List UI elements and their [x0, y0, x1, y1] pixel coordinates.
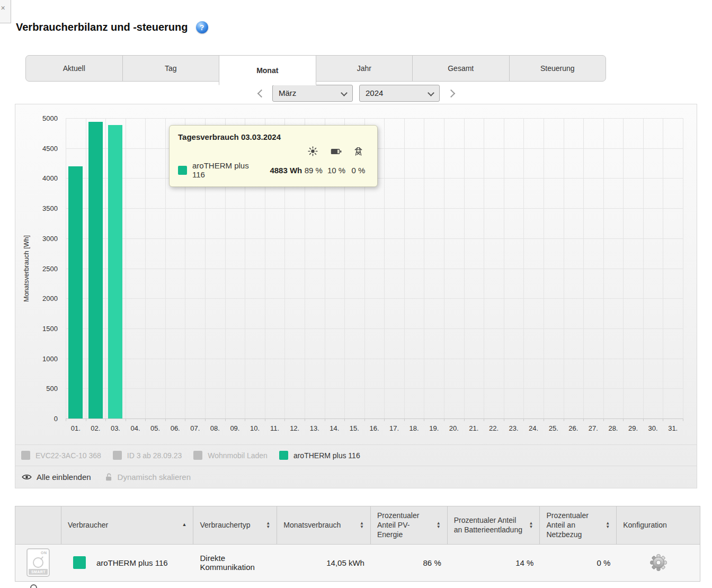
legend-item[interactable]: EVC22-3AC-10 368	[21, 451, 101, 460]
column-header-7[interactable]: Konfiguration	[617, 506, 700, 544]
grid-share-cell: 0 %	[540, 545, 617, 581]
x-tick-label: 27.	[589, 424, 598, 432]
x-tick-label: 28.	[608, 424, 618, 432]
x-tick-label: 21.	[469, 424, 478, 432]
y-tick-label: 5000	[42, 114, 58, 122]
x-tick-label: 12.	[290, 424, 299, 432]
tab-steuerung[interactable]: Steuerung	[509, 55, 607, 82]
tooltip-series-row: aroTHERM plus 116 4883 Wh 89 % 10 % 0 %	[178, 161, 369, 179]
next-month-button[interactable]	[446, 87, 458, 100]
legend-item[interactable]: ID 3 ab 28.09.23	[113, 451, 182, 460]
tab-gesamt[interactable]: Gesamt	[412, 55, 510, 82]
dial-icon	[33, 557, 43, 568]
y-tick-label: 4000	[42, 174, 58, 182]
column-header-2[interactable]: Verbrauchertyp▲▼	[193, 506, 277, 544]
column-header-0[interactable]	[15, 506, 61, 544]
x-tick-label: 24.	[529, 424, 538, 432]
column-header-6[interactable]: Prozentualer Anteil an Netzbezug▲▼	[540, 506, 617, 544]
y-tick-label: 1500	[42, 324, 58, 332]
y-tick-label: 2000	[42, 295, 58, 302]
x-tick-label: 22.	[489, 424, 499, 432]
battery-share-cell: 14 %	[448, 545, 540, 581]
x-tick-label: 31.	[668, 424, 678, 432]
x-tick-label: 02.	[91, 424, 100, 432]
year-select[interactable]: 2024	[359, 85, 440, 102]
x-tick-label: 09.	[230, 424, 239, 432]
x-tick-label: 06.	[171, 424, 180, 432]
column-header-label: Prozentualer Anteil an Batterieentladung	[454, 515, 525, 534]
sort-icon: ▲▼	[355, 521, 364, 529]
month-select[interactable]: März	[272, 85, 353, 102]
column-header-label: Prozentualer Anteil an Netzbezug	[546, 511, 601, 540]
x-tick-label: 03.	[111, 424, 120, 432]
column-header-1[interactable]: Verbraucher▲	[61, 506, 194, 544]
column-header-3[interactable]: Monatsverbrauch▲▼	[277, 506, 371, 544]
x-tick-label: 15.	[350, 424, 359, 432]
legend-item[interactable]: Wohnmobil Laden	[193, 451, 268, 460]
collapse-icon: ✕	[1, 5, 5, 11]
show-all-button[interactable]: Alle einblenden	[22, 473, 91, 482]
pylon-icon	[348, 146, 369, 156]
previous-month-button[interactable]	[254, 87, 266, 100]
y-tick-label: 500	[46, 385, 58, 393]
x-tick-label: 11.	[270, 424, 279, 432]
tooltip-icon-row	[178, 146, 369, 156]
consumer-type-cell: Direkte Kommunikation	[193, 545, 277, 581]
period-navigation: März 2024	[0, 85, 712, 102]
legend-swatch	[193, 451, 202, 460]
legend-label: EVC22-3AC-10 368	[35, 451, 101, 460]
bar-day-02.[interactable]	[88, 122, 103, 418]
tab-aktuell[interactable]: Aktuell	[25, 55, 123, 82]
legend-label: Wohnmobil Laden	[208, 451, 268, 460]
sun-icon	[301, 146, 324, 156]
column-header-label: Verbraucher	[68, 520, 108, 530]
table-header-row: Verbraucher▲Verbrauchertyp▲▼Monatsverbra…	[15, 506, 700, 545]
pv-share-cell: 86 %	[371, 545, 448, 581]
tab-tag[interactable]: Tag	[122, 55, 220, 82]
sidebar-collapse-handle[interactable]: ✕	[0, 0, 11, 23]
x-tick-label: 07.	[190, 424, 200, 432]
monthly-consumption-cell: 14,05 kWh	[277, 545, 371, 581]
x-tick-label: 08.	[210, 424, 220, 432]
tooltip-value: 4883 Wh	[270, 166, 302, 175]
y-tick-label: 4500	[42, 144, 58, 152]
battery-icon	[324, 148, 348, 155]
tab-monat[interactable]: Monat	[219, 55, 316, 85]
y-tick-label: 3000	[42, 234, 58, 242]
tooltip-title: Tagesverbrauch 03.03.2024	[178, 132, 369, 141]
legend-item[interactable]: aroTHERM plus 116	[279, 451, 360, 460]
chart-tooltip: Tagesverbrauch 03.03.2024	[169, 125, 378, 187]
y-tick-label: 2500	[42, 264, 58, 272]
y-axis-labels: 0500100015002000250030003500400045005000	[15, 118, 62, 418]
table-row[interactable]: ON SMART aroTHERM plus 116 Direkte Kommu…	[15, 545, 700, 582]
legend-swatch	[113, 451, 122, 460]
y-tick-label: 0	[54, 415, 58, 423]
x-tick-label: 13.	[310, 424, 319, 432]
tab-jahr[interactable]: Jahr	[316, 55, 413, 82]
sort-icon: ▲▼	[432, 521, 441, 529]
legend-swatch	[279, 451, 288, 460]
x-tick-label: 26.	[568, 424, 578, 432]
column-header-4[interactable]: Prozentualer Anteil PV-Energie▲▼	[371, 506, 448, 544]
column-header-5[interactable]: Prozentualer Anteil an Batterieentladung…	[448, 506, 540, 544]
bar-day-03.[interactable]	[108, 125, 122, 418]
partial-icon	[30, 584, 37, 588]
x-tick-label: 30.	[648, 424, 658, 432]
sort-icon: ▲▼	[601, 521, 610, 529]
x-tick-label: 04.	[130, 424, 140, 432]
tooltip-series-name: aroTHERM plus 116	[192, 161, 262, 179]
sort-ascending-icon: ▲	[178, 522, 187, 528]
gear-icon[interactable]	[649, 553, 668, 572]
chart-controls: Alle einblenden Dynamisch skalieren	[15, 466, 697, 488]
x-tick-label: 19.	[429, 424, 439, 432]
consumer-name: aroTHERM plus 116	[96, 558, 168, 567]
help-icon[interactable]: ?	[196, 21, 208, 33]
y-tick-label: 1000	[42, 354, 58, 362]
x-tick-label: 20.	[449, 424, 459, 432]
x-tick-label: 23.	[509, 424, 519, 432]
chart-panel: Monatsverbrauch [Wh] 0500100015002000250…	[15, 104, 697, 488]
dynamic-scale-button[interactable]: Dynamisch skalieren	[105, 473, 191, 482]
chart-legend: EVC22-3AC-10 368ID 3 ab 28.09.23Wohnmobi…	[15, 444, 697, 466]
bar-day-01.[interactable]	[68, 166, 83, 418]
configuration-cell	[617, 545, 700, 581]
